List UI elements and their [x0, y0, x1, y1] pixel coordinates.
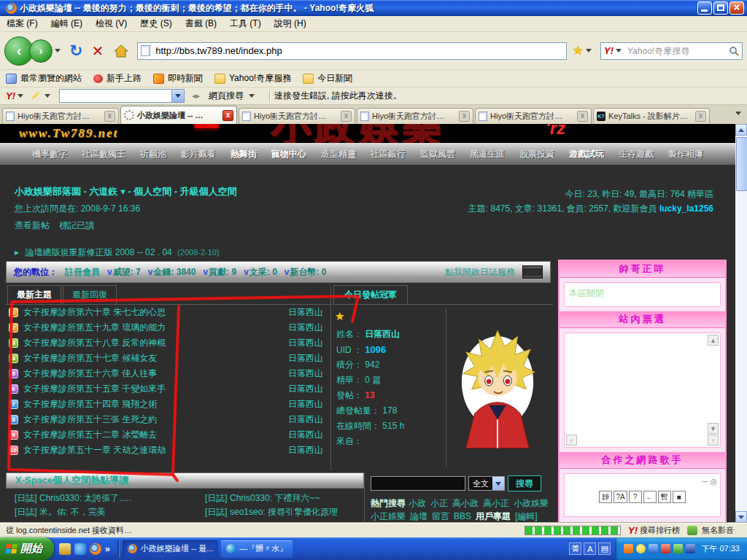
tray-icon[interactable] — [636, 544, 646, 553]
tray-icon[interactable] — [661, 544, 670, 553]
bookmark-item[interactable]: 新手上路 — [93, 72, 142, 85]
post-author-link[interactable]: 日落西山 — [276, 398, 330, 411]
mark-read-link[interactable]: 標記已讀 — [59, 220, 94, 230]
taskbar-window-button[interactable]: —『髒〃水』 — [221, 540, 293, 558]
tray-icon[interactable] — [686, 544, 695, 553]
post-title-link[interactable]: 女子按摩診所第六十章 朱七七的心思 — [23, 306, 276, 319]
post-author-link[interactable]: 日落西山 — [276, 322, 330, 334]
site-nav-item[interactable]: 社區數獨王 — [82, 148, 125, 160]
tab-close-icon[interactable]: x — [695, 111, 706, 122]
menu-item[interactable]: 工具 (T) — [223, 15, 268, 32]
forum-search-input[interactable] — [371, 476, 465, 491]
site-nav-item[interactable]: 造型精靈 — [321, 148, 356, 160]
player-button[interactable]: ← — [643, 491, 657, 503]
pencil-dropdown-icon[interactable] — [44, 94, 50, 98]
home-button[interactable] — [114, 44, 128, 58]
search-engine-dropdown-icon[interactable] — [616, 49, 622, 52]
player-button[interactable]: ?A — [614, 491, 627, 503]
browser-tab[interactable]: Hiyo衝天跑官方討… x — [475, 108, 592, 124]
language-bar-icon[interactable]: A — [584, 542, 596, 555]
url-input[interactable] — [154, 44, 563, 57]
post-title-link[interactable]: 女子按摩診所第五十三張 生死之約 — [23, 413, 276, 426]
maximize-button[interactable] — [713, 1, 728, 15]
search-scope-select[interactable]: 全文 — [468, 476, 505, 491]
site-nav-item[interactable]: 影片觀看 — [181, 148, 216, 160]
tab-close-icon[interactable]: x — [341, 111, 352, 122]
hot-search-term-link[interactable]: 高小政 — [452, 497, 479, 510]
stop-button[interactable]: ✕ — [91, 42, 104, 60]
xspace-entry-link[interactable]: [日誌] seo1seo: 搜尋引擎優化原理 — [205, 505, 338, 519]
site-nav-item[interactable]: 股票投資 — [519, 148, 554, 160]
site-nav-item[interactable]: 遊戲試玩 — [569, 148, 604, 160]
post-author-link[interactable]: 日落西山 — [276, 429, 330, 441]
reload-button[interactable]: ↻ — [69, 42, 82, 60]
post-title-link[interactable]: 女子按摩診第五十一章 天劫之連環劫 — [23, 444, 276, 456]
player-button[interactable]: 暫 — [658, 491, 671, 503]
taskbar-window-button[interactable]: 小政娛樂論壇 -- 最... — [123, 540, 219, 558]
page-scrollbar[interactable] — [735, 124, 747, 523]
hot-search-term-link[interactable]: 小正娛樂 — [371, 510, 406, 523]
yahoo-menu-dropdown-icon[interactable] — [18, 94, 23, 98]
minimize-button[interactable] — [697, 1, 712, 15]
tray-icon[interactable] — [673, 544, 683, 553]
site-nav-item[interactable]: 祈願池 — [140, 148, 166, 160]
player-button[interactable]: 靜 — [599, 491, 612, 503]
post-author-link[interactable]: 日落西山 — [276, 306, 330, 319]
poll-scroll-box[interactable]: ▲ ▼ ‹ › — [564, 332, 721, 448]
list-tab[interactable]: 最新主題 — [7, 285, 61, 304]
edit-link[interactable]: [編輯] — [515, 511, 538, 521]
post-author-link[interactable]: 日落西山 — [276, 352, 330, 365]
post-author-link[interactable]: 日落西山 — [276, 368, 330, 380]
menu-item[interactable]: 檢視 (V) — [89, 15, 133, 32]
tab-close-icon[interactable]: x — [577, 111, 588, 122]
site-nav-item[interactable]: 黑道生涯 — [470, 148, 505, 160]
breadcrumb[interactable]: 小政娛樂部落園 - 六道鉃 ▾ - 個人空間 - 升級個人空間 — [15, 185, 237, 198]
tab-close-icon[interactable]: x — [104, 111, 115, 122]
web-search-button[interactable]: 網頁搜尋 — [203, 88, 265, 104]
menu-item[interactable]: 編輯 (E) — [44, 15, 89, 32]
list-tab[interactable]: 最新回復 — [63, 285, 117, 304]
yahoo-rank-widget[interactable]: Y! 搜尋排行榜 — [628, 525, 680, 536]
bookmark-item[interactable]: 即時新聞 — [153, 72, 203, 85]
connection-error-message[interactable]: 連接發生錯誤, 請按此再次連接。 — [274, 90, 402, 102]
post-title-link[interactable]: 女子按摩診所第五十六章 佳人往事 — [23, 368, 276, 380]
tray-icon[interactable] — [649, 544, 658, 553]
tab-close-icon[interactable]: x — [222, 110, 233, 121]
post-title-link[interactable]: 女子按摩診所第五十五章 千變如來手 — [23, 383, 276, 395]
site-nav-item[interactable]: 製作相簿 — [668, 148, 703, 160]
xspace-entry-link[interactable]: [日誌] Chris0330: 下禮拜六~~ — [205, 491, 338, 505]
language-bar-icon[interactable]: 菁 — [569, 542, 581, 555]
browser-tab[interactable]: KeyTalks - 說影解片… x — [593, 108, 710, 124]
browser-tab[interactable]: Hiyo衝天跑官方討… x — [357, 108, 473, 124]
browser-tab[interactable]: Hiyo衝天跑官方討… x — [239, 108, 355, 124]
bookmark-item[interactable]: 今日新聞 — [303, 72, 352, 85]
tray-icon[interactable] — [624, 544, 633, 553]
hot-search-term-link[interactable]: 小政 — [409, 497, 426, 510]
post-title-link[interactable]: 女子按摩診所第五十九章 琉璃的能力 — [23, 322, 276, 334]
hot-search-term-link[interactable]: 小政娛樂 — [514, 497, 549, 510]
quick-launch-icon-2[interactable] — [74, 543, 86, 555]
site-nav-item[interactable]: 機率數字 — [32, 148, 67, 160]
xspace-entry-link[interactable]: [日誌] Chris0330: 太誇張了..... — [15, 491, 186, 505]
open-log-service-link[interactable]: 點我開啟日誌服務 — [445, 266, 515, 279]
player-button[interactable]: ■ — [673, 491, 686, 503]
scroll-right-icon[interactable]: › — [708, 435, 719, 446]
site-nav-item[interactable]: 寵物中心 — [271, 148, 306, 160]
post-title-link[interactable]: 女子按摩診所第五十四章 飛翔之術 — [23, 398, 276, 411]
quick-launch-firefox-icon[interactable] — [90, 543, 101, 555]
wretch-video-widget[interactable]: 無名影音 — [687, 525, 734, 536]
bookmark-item[interactable]: 最常瀏覽的網站 — [6, 72, 82, 85]
post-author-link[interactable]: 日落西山 — [276, 337, 330, 349]
yahoo-toolbar-logo[interactable]: Y! — [6, 90, 15, 101]
menu-item[interactable]: 歷史 (S) — [133, 15, 178, 32]
log-service-badge[interactable] — [522, 265, 543, 279]
scrollbar-thumb[interactable] — [736, 137, 747, 191]
post-author-link[interactable]: 日落西山 — [276, 413, 330, 426]
xspace-entry-link[interactable]: [日誌] 米。佑: 不，完美 — [15, 505, 186, 519]
scroll-down-icon[interactable]: ▼ — [708, 423, 719, 434]
site-nav-item[interactable]: 監獄風雲 — [420, 148, 455, 160]
post-author-link[interactable]: 日落西山 — [276, 444, 330, 456]
history-dropdown-icon[interactable] — [55, 49, 61, 52]
scrollbar-up-icon[interactable] — [735, 124, 747, 136]
site-nav-item[interactable]: 熱舞街 — [231, 148, 257, 160]
